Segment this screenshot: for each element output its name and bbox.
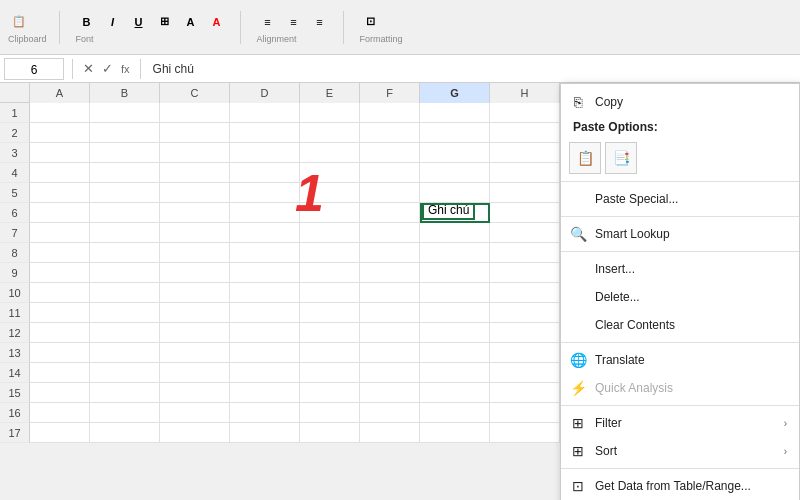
col-header-c[interactable]: C — [160, 83, 230, 103]
cell-1-6[interactable] — [420, 103, 490, 123]
row-header-6[interactable]: 6 — [0, 203, 30, 223]
cell-9-0[interactable] — [30, 263, 90, 283]
cell-4-1[interactable] — [90, 163, 160, 183]
cell-4-5[interactable] — [360, 163, 420, 183]
cell-15-6[interactable] — [420, 383, 490, 403]
cell-7-2[interactable] — [160, 223, 230, 243]
cell-11-3[interactable] — [230, 303, 300, 323]
cell-8-6[interactable] — [420, 243, 490, 263]
col-header-a[interactable]: A — [30, 83, 90, 103]
font-color-button[interactable]: A — [206, 11, 228, 33]
cell-6-5[interactable] — [360, 203, 420, 223]
cell-13-3[interactable] — [230, 343, 300, 363]
cell-16-3[interactable] — [230, 403, 300, 423]
border-button[interactable]: ⊞ — [154, 11, 176, 33]
delete-menu-item[interactable]: Delete... — [561, 283, 799, 311]
translate-menu-item[interactable]: 🌐 Translate — [561, 346, 799, 374]
cell-4-0[interactable] — [30, 163, 90, 183]
cell-5-6[interactable] — [420, 183, 490, 203]
cell-8-3[interactable] — [230, 243, 300, 263]
cell-16-1[interactable] — [90, 403, 160, 423]
clear-contents-menu-item[interactable]: Clear Contents — [561, 311, 799, 339]
cell-9-5[interactable] — [360, 263, 420, 283]
confirm-formula-icon[interactable]: ✓ — [100, 61, 115, 76]
cell-15-1[interactable] — [90, 383, 160, 403]
cell-14-0[interactable] — [30, 363, 90, 383]
cell-2-7[interactable] — [490, 123, 560, 143]
row-header-5[interactable]: 5 — [0, 183, 30, 203]
cell-7-1[interactable] — [90, 223, 160, 243]
cell-3-1[interactable] — [90, 143, 160, 163]
fill-color-button[interactable]: A — [180, 11, 202, 33]
cell-10-2[interactable] — [160, 283, 230, 303]
col-header-g[interactable]: G — [420, 83, 490, 103]
cell-12-2[interactable] — [160, 323, 230, 343]
cell-11-7[interactable] — [490, 303, 560, 323]
cell-3-6[interactable] — [420, 143, 490, 163]
cell-6-1[interactable] — [90, 203, 160, 223]
cell-9-4[interactable] — [300, 263, 360, 283]
cell-4-2[interactable] — [160, 163, 230, 183]
cell-1-5[interactable] — [360, 103, 420, 123]
cell-17-5[interactable] — [360, 423, 420, 443]
cell-10-0[interactable] — [30, 283, 90, 303]
cell-13-5[interactable] — [360, 343, 420, 363]
cell-14-2[interactable] — [160, 363, 230, 383]
cell-14-3[interactable] — [230, 363, 300, 383]
cell-14-1[interactable] — [90, 363, 160, 383]
cell-10-7[interactable] — [490, 283, 560, 303]
cell-2-4[interactable] — [300, 123, 360, 143]
cell-11-1[interactable] — [90, 303, 160, 323]
cell-13-6[interactable] — [420, 343, 490, 363]
cell-6-7[interactable] — [490, 203, 560, 223]
cell-4-3[interactable] — [230, 163, 300, 183]
row-header-12[interactable]: 12 — [0, 323, 30, 343]
cell-11-4[interactable] — [300, 303, 360, 323]
cell-1-0[interactable] — [30, 103, 90, 123]
cell-4-6[interactable] — [420, 163, 490, 183]
insert-menu-item[interactable]: Insert... — [561, 255, 799, 283]
row-header-14[interactable]: 14 — [0, 363, 30, 383]
paste-special-menu-item[interactable]: Paste Special... — [561, 185, 799, 213]
cell-5-3[interactable] — [230, 183, 300, 203]
cell-3-0[interactable] — [30, 143, 90, 163]
cell-16-7[interactable] — [490, 403, 560, 423]
col-header-f[interactable]: F — [360, 83, 420, 103]
row-header-9[interactable]: 9 — [0, 263, 30, 283]
cell-1-3[interactable] — [230, 103, 300, 123]
cell-15-4[interactable] — [300, 383, 360, 403]
cell-5-7[interactable] — [490, 183, 560, 203]
cell-3-5[interactable] — [360, 143, 420, 163]
cell-8-0[interactable] — [30, 243, 90, 263]
cell-15-2[interactable] — [160, 383, 230, 403]
align-left-button[interactable]: ≡ — [257, 11, 279, 33]
cell-8-1[interactable] — [90, 243, 160, 263]
cell-6-4[interactable] — [300, 203, 360, 223]
col-header-b[interactable]: B — [90, 83, 160, 103]
bold-button[interactable]: B — [76, 11, 98, 33]
paste-btn-1[interactable]: 📋 — [569, 142, 601, 174]
cell-14-4[interactable] — [300, 363, 360, 383]
cell-12-0[interactable] — [30, 323, 90, 343]
cell-1-2[interactable] — [160, 103, 230, 123]
cell-10-3[interactable] — [230, 283, 300, 303]
col-header-d[interactable]: D — [230, 83, 300, 103]
cell-13-7[interactable] — [490, 343, 560, 363]
cell-16-6[interactable] — [420, 403, 490, 423]
cell-4-7[interactable] — [490, 163, 560, 183]
cell-1-1[interactable] — [90, 103, 160, 123]
cell-2-6[interactable] — [420, 123, 490, 143]
cell-3-4[interactable] — [300, 143, 360, 163]
cell-3-2[interactable] — [160, 143, 230, 163]
col-header-h[interactable]: H — [490, 83, 560, 103]
row-header-16[interactable]: 16 — [0, 403, 30, 423]
cell-4-4[interactable] — [300, 163, 360, 183]
cell-15-5[interactable] — [360, 383, 420, 403]
cell-3-3[interactable] — [230, 143, 300, 163]
underline-button[interactable]: U — [128, 11, 150, 33]
cell-11-0[interactable] — [30, 303, 90, 323]
cell-8-5[interactable] — [360, 243, 420, 263]
cell-6-2[interactable] — [160, 203, 230, 223]
cell-13-2[interactable] — [160, 343, 230, 363]
cell-9-2[interactable] — [160, 263, 230, 283]
